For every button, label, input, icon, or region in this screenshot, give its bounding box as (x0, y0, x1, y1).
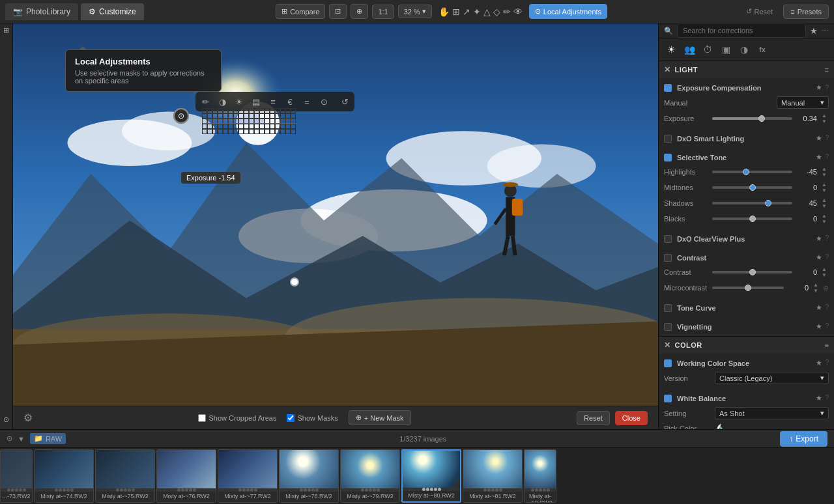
show-cropped-checkbox[interactable] (198, 414, 206, 422)
local-adjustments-button[interactable]: ⊙ Local Adjustments (529, 4, 607, 19)
fx-icon[interactable]: fx (755, 42, 769, 57)
la-tool-target[interactable]: ⊙ (316, 94, 332, 109)
star-tonecurve-icon[interactable]: ★ (816, 303, 822, 312)
star-wb-icon[interactable]: ★ (816, 394, 822, 402)
color-section-header[interactable]: ✕ COLOR ≡ (659, 337, 834, 354)
new-mask-button[interactable]: ⊕ + New Mask (349, 410, 411, 425)
blacks-spinner[interactable]: ▲ ▼ (820, 213, 829, 225)
filmstrip-thumb-5[interactable]: Misty at-~78.RW2 (279, 449, 339, 503)
mask-circle[interactable] (290, 277, 299, 287)
help-wb-icon[interactable]: ? (825, 394, 829, 402)
la-tool-rect[interactable]: ▤ (248, 94, 264, 109)
filmstrip-thumb-6[interactable]: Misty at-~79.RW2 (340, 449, 400, 503)
filmstrip-thumb-1[interactable]: Misty at-~74.RW2 (34, 449, 94, 503)
pan-tool-icon[interactable]: ✋ (439, 7, 450, 17)
wcs-checkbox[interactable] (664, 359, 672, 367)
section-close-icon[interactable]: ✕ (664, 65, 671, 74)
la-tool-euro[interactable]: € (282, 94, 298, 109)
tone-curve-checkbox[interactable] (664, 304, 672, 312)
menu-icon[interactable]: ⋯ (822, 27, 829, 35)
clock-icon[interactable]: ⏱ (700, 42, 715, 57)
shadows-spinner[interactable]: ▲ ▼ (820, 197, 829, 209)
star-fav-icon[interactable]: ★ (816, 83, 822, 92)
crop-tool-icon[interactable]: ⊞ (452, 7, 460, 17)
contrast-checkbox[interactable] (664, 254, 672, 262)
help-tone-icon[interactable]: ? (825, 153, 829, 161)
la-tool-draw[interactable]: ✏ (197, 94, 213, 109)
presets-button[interactable]: ≡ Presets (783, 5, 829, 19)
filmstrip-thumb-8[interactable]: Misty at-~81.RW2 (463, 449, 523, 503)
filmstrip-thumb-4[interactable]: Misty at-~77.RW2 (218, 449, 278, 503)
tab-customize[interactable]: ⚙ Customize (81, 3, 144, 20)
sun-panel-icon[interactable]: ☀ (664, 42, 678, 57)
filmstrip-left-icon[interactable]: ⊙ (7, 434, 12, 443)
reset-button[interactable]: ↺ Reset (740, 5, 780, 18)
show-masks-checkbox[interactable] (287, 414, 295, 422)
filmstrip-thumb-2[interactable]: Misty at-~75.RW2 (95, 449, 155, 503)
exposure-comp-checkbox[interactable] (664, 84, 672, 92)
highlights-slider[interactable] (712, 171, 792, 173)
crop-button[interactable]: ⊕ (351, 4, 368, 19)
clearview-checkbox[interactable] (664, 235, 672, 243)
people-icon[interactable]: 👥 (682, 42, 697, 57)
wb-setting-dropdown[interactable]: As Shot ▾ (715, 407, 829, 419)
version-dropdown[interactable]: Classic (Legacy) ▾ (715, 372, 829, 384)
la-tool-gradient[interactable]: ≡ (265, 94, 281, 109)
eye-icon[interactable]: 👁 (513, 7, 523, 17)
close-button[interactable]: Close (615, 411, 648, 425)
micro-extra-icon[interactable]: ⊕ (823, 284, 829, 292)
show-cropped-label[interactable]: Show Cropped Areas (198, 414, 276, 422)
star-clearview-icon[interactable]: ★ (816, 234, 822, 243)
correction-dropdown[interactable]: Manual ▾ (777, 96, 829, 109)
help-tonecurve-icon[interactable]: ? (825, 303, 829, 312)
la-tool-circle[interactable]: ◑ (214, 94, 230, 109)
frame-icon[interactable]: ▣ (719, 42, 733, 57)
help-clearview-icon[interactable]: ? (825, 234, 829, 243)
help-smart-icon[interactable]: ? (825, 134, 829, 143)
contrast-slider[interactable] (712, 271, 792, 273)
zoom-percent-button[interactable]: 32 % ▾ (398, 5, 432, 18)
filmstrip-thumb-3[interactable]: Misty at-~76.RW2 (156, 449, 216, 503)
star-tone-icon[interactable]: ★ (816, 153, 822, 161)
star-wcs-icon[interactable]: ★ (816, 359, 822, 367)
highlights-spinner[interactable]: ▲ ▼ (820, 166, 829, 178)
compare-button[interactable]: ⊞ Compare (276, 4, 325, 19)
shadows-slider[interactable] (712, 202, 792, 204)
blacks-slider[interactable] (712, 217, 792, 220)
exposure-slider[interactable] (712, 117, 792, 120)
search-input[interactable] (677, 23, 806, 38)
settings-icon[interactable]: ⚙ (23, 412, 33, 424)
show-masks-label[interactable]: Show Masks (287, 414, 338, 422)
star-contrast-icon[interactable]: ★ (816, 253, 822, 262)
star-vignetting-icon[interactable]: ★ (816, 322, 822, 331)
help-vignetting-icon[interactable]: ? (825, 322, 829, 331)
color-section-list-icon[interactable]: ≡ (825, 341, 829, 349)
filmstrip-thumb-0[interactable]: ...-73.RW2 (0, 449, 33, 503)
color-section-close-icon[interactable]: ✕ (664, 341, 671, 350)
zoom-1-1-button[interactable]: 1:1 (372, 5, 394, 19)
star-icon[interactable]: ★ (810, 26, 818, 36)
help-wcs-icon[interactable]: ? (825, 359, 829, 367)
filter-icon[interactable]: ◇ (493, 7, 500, 17)
microcontrast-spinner[interactable]: ▲ ▼ (811, 282, 820, 294)
la-pin-target[interactable]: ⊙ (173, 108, 189, 124)
microcontrast-slider[interactable] (712, 287, 784, 289)
la-tool-sun[interactable]: ☀ (231, 94, 247, 109)
sidebar-icon-1[interactable]: ⊞ (3, 26, 9, 35)
help-icon[interactable]: ? (825, 84, 829, 91)
la-tool-eq[interactable]: = (299, 94, 315, 109)
star-smart-icon[interactable]: ★ (816, 134, 822, 143)
select-tool-icon[interactable]: △ (483, 7, 491, 17)
section-list-icon[interactable]: ≡ (825, 66, 829, 74)
light-section-header[interactable]: ✕ LIGHT ≡ (659, 61, 834, 78)
brush-tool-icon[interactable]: ✏ (503, 7, 511, 17)
midtones-spinner[interactable]: ▲ ▼ (820, 182, 829, 193)
selective-tone-checkbox[interactable] (664, 154, 672, 161)
rotate-tool-icon[interactable]: ↗ (463, 7, 470, 17)
contrast-spinner[interactable]: ▲ ▼ (820, 266, 829, 278)
circle-icon[interactable]: ◑ (737, 42, 751, 57)
smart-lighting-checkbox[interactable] (664, 135, 672, 143)
filmstrip-thumb-9[interactable]: Misty at-~82.RW2 (524, 449, 556, 503)
exposure-spinner[interactable]: ▲ ▼ (820, 113, 829, 124)
help-contrast-icon[interactable]: ? (825, 253, 829, 262)
